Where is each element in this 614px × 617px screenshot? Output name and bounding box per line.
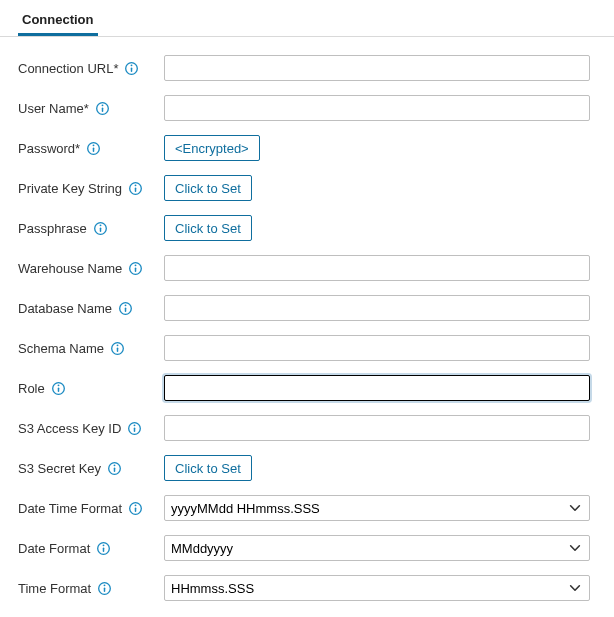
- label-date-format: Date Format: [18, 541, 164, 556]
- date-format-select[interactable]: [164, 535, 590, 561]
- date-time-format-select[interactable]: [164, 495, 590, 521]
- label-text: S3 Access Key ID: [18, 421, 121, 436]
- info-icon[interactable]: [128, 261, 143, 276]
- info-icon[interactable]: [51, 381, 66, 396]
- info-icon[interactable]: [96, 541, 111, 556]
- label-text: Warehouse Name: [18, 261, 122, 276]
- warehouse-name-input[interactable]: [164, 255, 590, 281]
- label-text: Private Key String: [18, 181, 122, 196]
- time-format-input[interactable]: [164, 575, 590, 601]
- label-role: Role: [18, 381, 164, 396]
- label-database-name: Database Name: [18, 301, 164, 316]
- label-date-time-format: Date Time Format: [18, 501, 164, 516]
- schema-name-input[interactable]: [164, 335, 590, 361]
- label-password: Password*: [18, 141, 164, 156]
- info-icon[interactable]: [107, 461, 122, 476]
- info-icon[interactable]: [124, 61, 139, 76]
- label-private-key-string: Private Key String: [18, 181, 164, 196]
- label-text: Passphrase: [18, 221, 87, 236]
- date-format-input[interactable]: [164, 535, 590, 561]
- label-text: Connection URL*: [18, 61, 118, 76]
- label-text: Time Format: [18, 581, 91, 596]
- private-key-set-button[interactable]: Click to Set: [164, 175, 252, 201]
- tab-strip: Connection: [0, 4, 614, 37]
- label-warehouse-name: Warehouse Name: [18, 261, 164, 276]
- info-icon[interactable]: [128, 501, 143, 516]
- label-text: User Name*: [18, 101, 89, 116]
- info-icon[interactable]: [128, 181, 143, 196]
- label-schema-name: Schema Name: [18, 341, 164, 356]
- label-text: Date Format: [18, 541, 90, 556]
- info-icon[interactable]: [86, 141, 101, 156]
- user-name-input[interactable]: [164, 95, 590, 121]
- label-s3-secret-key: S3 Secret Key: [18, 461, 164, 476]
- info-icon[interactable]: [110, 341, 125, 356]
- label-user-name: User Name*: [18, 101, 164, 116]
- time-format-select[interactable]: [164, 575, 590, 601]
- label-passphrase: Passphrase: [18, 221, 164, 236]
- label-text: Password*: [18, 141, 80, 156]
- label-s3-access-key-id: S3 Access Key ID: [18, 421, 164, 436]
- passphrase-set-button[interactable]: Click to Set: [164, 215, 252, 241]
- password-set-button[interactable]: <Encrypted>: [164, 135, 260, 161]
- label-connection-url: Connection URL*: [18, 61, 164, 76]
- info-icon[interactable]: [118, 301, 133, 316]
- info-icon[interactable]: [95, 101, 110, 116]
- connection-url-input[interactable]: [164, 55, 590, 81]
- date-time-format-input[interactable]: [164, 495, 590, 521]
- s3-secret-key-set-button[interactable]: Click to Set: [164, 455, 252, 481]
- label-text: Schema Name: [18, 341, 104, 356]
- tab-connection[interactable]: Connection: [18, 4, 98, 36]
- label-text: S3 Secret Key: [18, 461, 101, 476]
- info-icon[interactable]: [93, 221, 108, 236]
- s3-access-key-id-input[interactable]: [164, 415, 590, 441]
- database-name-input[interactable]: [164, 295, 590, 321]
- label-text: Database Name: [18, 301, 112, 316]
- label-time-format: Time Format: [18, 581, 164, 596]
- info-icon[interactable]: [97, 581, 112, 596]
- info-icon[interactable]: [127, 421, 142, 436]
- label-text: Date Time Format: [18, 501, 122, 516]
- label-text: Role: [18, 381, 45, 396]
- role-input[interactable]: [164, 375, 590, 401]
- connection-form: Connection URL* User Name* Password* <En…: [0, 37, 614, 617]
